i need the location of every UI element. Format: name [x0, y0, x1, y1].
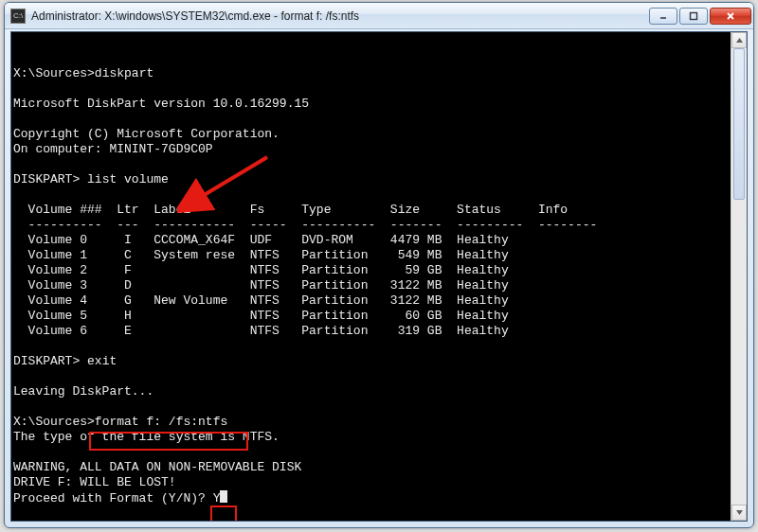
- scroll-track[interactable]: [731, 48, 747, 505]
- scroll-down-button[interactable]: [731, 505, 747, 521]
- table-row: Volume 3 D NTFS Partition 3122 MB Health…: [13, 278, 509, 293]
- close-button[interactable]: [710, 8, 751, 25]
- prompt: DISKPART>: [13, 172, 80, 186]
- prompt: DISKPART>: [13, 354, 80, 368]
- user-input: Y: [213, 491, 221, 505]
- text: Leaving DiskPart...: [13, 384, 153, 399]
- table-row: Volume 1 C System rese NTFS Partition 54…: [13, 248, 509, 262]
- prompt: X:\Sources>: [13, 66, 95, 80]
- command: diskpart: [95, 66, 153, 80]
- table-row: Volume 0 I CCCOMA_X64F UDF DVD-ROM 4479 …: [13, 233, 509, 247]
- console-output[interactable]: X:\Sources>diskpart Microsoft DiskPart v…: [11, 32, 747, 521]
- window-controls: [649, 8, 751, 25]
- table-row: Volume 6 E NTFS Partition 319 GB Healthy: [13, 324, 509, 338]
- maximize-button[interactable]: [679, 8, 708, 25]
- text-cursor: [220, 490, 227, 503]
- text: Microsoft DiskPart version 10.0.16299.15: [13, 97, 309, 111]
- text: Copyright (C) Microsoft Corporation.: [13, 127, 280, 141]
- svg-marker-4: [736, 38, 743, 43]
- command: format f: /fs:ntfs: [95, 415, 227, 429]
- table-row: Volume 5 H NTFS Partition 60 GB Healthy: [13, 309, 509, 323]
- cmd-icon: C:\: [10, 9, 26, 24]
- scroll-thumb[interactable]: [733, 48, 745, 200]
- svg-rect-1: [691, 12, 697, 19]
- table-divider: ---------- --- ----------- ----- -------…: [13, 218, 597, 232]
- window-title: Administrator: X:\windows\SYSTEM32\cmd.e…: [31, 9, 649, 23]
- cmd-window: C:\ Administrator: X:\windows\SYSTEM32\c…: [4, 2, 754, 528]
- text: DRIVE F: WILL BE LOST!: [13, 475, 176, 489]
- titlebar[interactable]: C:\ Administrator: X:\windows\SYSTEM32\c…: [5, 3, 753, 29]
- text: The type of the file system is NTFS.: [13, 430, 280, 444]
- table-header: Volume ### Ltr Label Fs Type Size Status…: [13, 203, 568, 217]
- scroll-up-button[interactable]: [731, 32, 747, 48]
- prompt: X:\Sources>: [13, 415, 95, 429]
- command: exit: [87, 354, 117, 368]
- vertical-scrollbar[interactable]: [731, 32, 747, 521]
- text: Proceed with Format (Y/N)?: [13, 491, 213, 505]
- console-client-area: X:\Sources>diskpart Microsoft DiskPart v…: [10, 31, 748, 522]
- minimize-button[interactable]: [649, 8, 677, 25]
- table-row: Volume 2 F NTFS Partition 59 GB Healthy: [13, 263, 509, 277]
- svg-marker-5: [736, 510, 743, 515]
- text: WARNING, ALL DATA ON NON-REMOVABLE DISK: [13, 460, 301, 474]
- table-row: Volume 4 G New Volume NTFS Partition 312…: [13, 293, 509, 308]
- command: list volume: [87, 172, 169, 186]
- text: On computer: MININT-7GD9C0P: [13, 142, 213, 156]
